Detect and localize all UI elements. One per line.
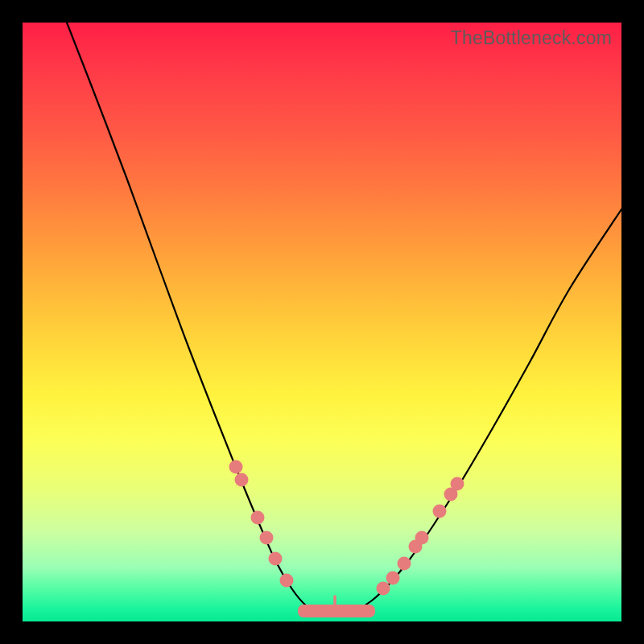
data-point-dot (260, 531, 274, 545)
bottleneck-curve (67, 23, 621, 614)
chart-overlay (23, 23, 621, 621)
data-point-dot (229, 460, 243, 474)
data-point-dot (386, 572, 400, 585)
chart-frame: TheBottleneck.com (0, 0, 644, 644)
data-point-dot (451, 477, 464, 491)
dot-cluster-bottom (298, 605, 375, 617)
data-point-dot (280, 574, 294, 588)
data-point-dot (415, 531, 429, 545)
data-point-dot (251, 511, 265, 525)
data-point-dot (377, 582, 390, 596)
data-point-dot (433, 505, 447, 518)
dot-cluster-right (377, 477, 464, 596)
data-point-dot (235, 473, 249, 487)
data-point-dot (269, 552, 283, 566)
data-point-dot (398, 557, 411, 571)
chart-plot-area: TheBottleneck.com (23, 23, 621, 621)
dot-cluster-left (229, 460, 294, 588)
